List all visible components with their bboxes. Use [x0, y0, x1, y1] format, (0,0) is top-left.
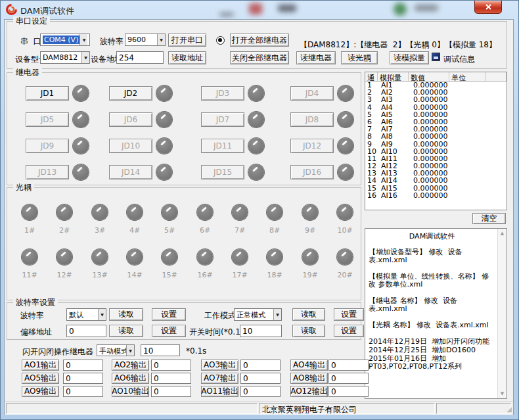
relay-button-jd8[interactable]: JD8 [290, 112, 334, 127]
flash-mode-dropdown-icon[interactable]: ▼ [126, 345, 134, 356]
resize-grip[interactable]: ◢ [507, 406, 512, 413]
relay-button-jd2[interactable]: JD2 [109, 86, 152, 101]
offset-set-button[interactable]: 设置 [152, 325, 186, 337]
work-mode-dropdown-icon[interactable]: ▼ [273, 309, 281, 320]
info-scrollbar[interactable]: ▲ ▼ [497, 229, 507, 398]
baud-settings-group: 波特率设置 波特率 默认 ▼ 读取 设置 工作模式 正常模式 ▼ 读取 设置 偏… [7, 302, 361, 340]
work-mode-combobox[interactable]: 正常模式 ▼ [234, 308, 282, 321]
ao-output-button-3[interactable]: AO3输出 [201, 360, 238, 371]
table-header-cell [485, 72, 507, 81]
ao-output-input-9[interactable]: 0 [63, 386, 103, 397]
ao-output-button-2[interactable]: AO2输出 [112, 360, 149, 371]
offset-input[interactable]: 0 [66, 325, 106, 337]
opto-group-label: 光耦 [13, 183, 34, 192]
flash-time-input[interactable]: 10 [141, 344, 180, 356]
table-header-cell: 模拟量 [378, 72, 409, 81]
relay-button-jd5[interactable]: JD5 [26, 112, 69, 127]
ao-output-button-4[interactable]: AO4输出 [290, 360, 328, 371]
ao-output-input-4[interactable]: 0 [328, 360, 369, 371]
ao-output-input-8[interactable]: 0 [328, 373, 369, 384]
relay-button-jd16[interactable]: JD16 [290, 165, 334, 179]
ao-output-input-12[interactable]: 0 [328, 386, 369, 397]
ao-output-button-5[interactable]: AO5输出 [22, 373, 59, 384]
relay-button-jd9[interactable]: JD9 [26, 139, 69, 153]
opto-indicator-10 [337, 204, 353, 220]
ao-output-button-12[interactable]: AO12输出 [290, 386, 328, 397]
ao-output-button-7[interactable]: AO7输出 [201, 373, 238, 384]
opto-indicator-13 [92, 249, 108, 265]
scroll-up-icon[interactable]: ▲ [498, 229, 507, 237]
ao-output-button-8[interactable]: AO8输出 [290, 373, 328, 384]
baud-read-button[interactable]: 读取 [109, 308, 143, 321]
ao-output-input-7[interactable]: 0 [240, 373, 281, 384]
switch-time-set-button[interactable]: 设置 [334, 325, 364, 337]
relay-button-jd6[interactable]: JD6 [109, 112, 152, 127]
ao-output-input-6[interactable]: 0 [151, 373, 191, 384]
ao-output-input-11[interactable]: 0 [240, 386, 281, 397]
clear-button[interactable]: 清空 [472, 213, 506, 224]
ao-output-button-11[interactable]: AO11输出 [201, 386, 238, 397]
relay-button-jd1[interactable]: JD1 [26, 86, 69, 101]
read-analog-button[interactable]: 读模拟量 [390, 51, 429, 64]
relay-indicator-jd2 [156, 85, 172, 101]
opto-group: 光耦 1#2#3#4#5#6#7#8#9#10#11#12#13#14#15#1… [7, 187, 361, 300]
read-addr-button[interactable]: 读取地址 [168, 51, 206, 64]
baud-dropdown-icon[interactable]: ▼ [157, 34, 165, 45]
port-combobox[interactable]: COM4 (V) ▼ [40, 34, 90, 46]
scroll-down-icon[interactable]: ▼ [498, 390, 507, 398]
relay-button-jd3[interactable]: JD3 [201, 86, 244, 101]
switch-time-read-button[interactable]: 读取 [292, 325, 325, 337]
relay-button-jd7[interactable]: JD7 [201, 112, 244, 127]
relay-button-jd4[interactable]: JD4 [290, 86, 334, 101]
ao-output-button-10[interactable]: AO10输出 [112, 386, 149, 397]
info-lines: 【增加设备型号】 修改 设备表.xml.xml【模拟量 单位、线性转换、名称】 … [369, 248, 495, 371]
device-addr-input[interactable]: 254 [116, 51, 164, 64]
relay-button-jd12[interactable]: JD12 [290, 139, 334, 153]
port-dropdown-icon[interactable]: ▼ [79, 34, 87, 45]
table-row: 3AI30.000000 [365, 96, 507, 103]
read-relay-button[interactable]: 读继电器 [296, 51, 336, 64]
status-bar: 北京聚英翱翔电子有限公司 ◢ [5, 401, 513, 415]
baud-set-value: 默认 [67, 309, 98, 320]
ao-output-button-6[interactable]: AO6输出 [112, 373, 149, 384]
opto-label: 2# [51, 226, 78, 235]
ao-output-input-3[interactable]: 0 [240, 360, 281, 371]
close-all-relays-button[interactable]: 关闭全部继电器 [230, 51, 289, 64]
relay-indicator-jd6 [156, 112, 172, 128]
read-opto-button[interactable]: 读光耦 [341, 51, 378, 64]
ao-output-button-9[interactable]: AO9输出 [22, 386, 59, 397]
switch-time-input[interactable]: 10 [240, 325, 282, 337]
ao-output-input-1[interactable]: 0 [63, 360, 103, 371]
relay-button-jd13[interactable]: JD13 [26, 165, 69, 179]
baud-set-combobox[interactable]: 默认 ▼ [66, 308, 106, 321]
relay-indicator-jd1 [73, 85, 89, 101]
info-line: 【模拟量 单位、线性转换、名称】 修改 参数单位.xml [369, 273, 495, 289]
ao-output-input-2[interactable]: 0 [151, 360, 191, 371]
open-port-button[interactable]: 打开串口 [168, 34, 206, 47]
baud-combobox[interactable]: 9600 ▼ [125, 34, 166, 46]
open-all-relays-button[interactable]: 打开全部继电器 [230, 34, 289, 47]
close-button[interactable] [474, 1, 502, 14]
model-combobox[interactable]: DAM8812 ▼ [40, 51, 90, 64]
relay-indicator-jd9 [73, 138, 89, 154]
info-line: 【光耦 名称】 修改 设备表.xml.xml [369, 321, 495, 329]
work-mode-set-button[interactable]: 设置 [334, 308, 364, 321]
port-status-indicator [216, 36, 225, 45]
opto-indicator-1 [22, 204, 37, 220]
offset-read-button[interactable]: 读取 [109, 325, 143, 337]
flash-mode-combobox[interactable]: 手动模式 ▼ [97, 344, 135, 356]
relay-button-jd14[interactable]: JD14 [109, 165, 152, 179]
relay-button-jd11[interactable]: JD11 [201, 139, 244, 153]
client-area: 串口设定 串 口 COM4 (V) ▼ 波特率 9600 ▼ 打开串口 打开全部… [4, 19, 514, 415]
ao-output-input-5[interactable]: 0 [63, 373, 103, 384]
relay-button-jd10[interactable]: JD10 [109, 139, 152, 153]
baud-set-dropdown-icon[interactable]: ▼ [98, 309, 106, 320]
baud-set-button[interactable]: 设置 [152, 308, 186, 321]
relay-button-jd15[interactable]: JD15 [201, 165, 244, 179]
work-mode-read-button[interactable]: 读取 [292, 308, 325, 321]
table-row: 8AI80.000000 [365, 133, 507, 140]
analog-table-header: 通模拟量数值单位 [365, 72, 507, 82]
model-dropdown-icon[interactable]: ▼ [81, 52, 89, 63]
ao-output-input-10[interactable]: 0 [151, 386, 191, 397]
ao-output-button-1[interactable]: AO1输出 [22, 360, 59, 371]
